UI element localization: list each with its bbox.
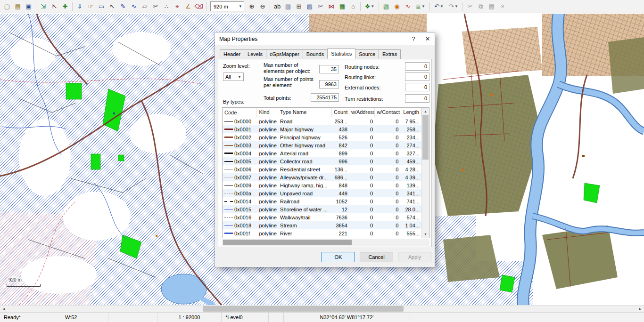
chevron-down-icon: ▼ xyxy=(239,4,242,8)
erase-tool-icon[interactable]: ⌫ xyxy=(194,1,204,12)
table-row[interactable]: 0x0000polylineRoad253...007 95... xyxy=(223,117,421,125)
map-horizontal-scrollbar[interactable]: ◄ ► xyxy=(0,305,644,312)
address-icon[interactable]: ⌂ xyxy=(348,1,358,12)
column-header-code[interactable]: Code xyxy=(223,108,257,117)
delete-icon[interactable]: × xyxy=(497,1,508,12)
image-icon: ▧ xyxy=(383,3,389,10)
save-map-icon[interactable]: ▣ xyxy=(24,1,34,12)
status-width: W:52 xyxy=(61,313,108,322)
trim-tool-icon: ✂ xyxy=(153,3,158,10)
zoom-in-icon[interactable]: ⊕ xyxy=(247,1,257,12)
table-row[interactable]: 0x0002polylinePrincipal highway52600234.… xyxy=(223,133,421,141)
table-row[interactable]: 0x000apolylineUnpaved road44900341... xyxy=(223,189,421,197)
export-file-icon[interactable]: ⇱ xyxy=(49,1,59,12)
column-header-length[interactable]: Length xyxy=(400,108,421,117)
tab-statistics[interactable]: Statistics xyxy=(327,48,355,59)
tab-extras[interactable]: Extras xyxy=(379,49,401,60)
table-row[interactable]: 0x001fpolylineRiver22100555... xyxy=(223,229,421,237)
cell-code: 0x0005 xyxy=(223,159,257,164)
max-elements-label: Max number of elements per object: xyxy=(264,62,318,74)
dialog-titlebar[interactable]: Map Properties ? ✕ xyxy=(215,32,435,45)
table-vertical-scrollbar[interactable]: ▲ ▼ xyxy=(421,108,429,238)
add-poi-icon[interactable]: ⌖ xyxy=(172,1,182,12)
table-horizontal-scrollbar[interactable] xyxy=(222,239,429,246)
join-icon[interactable]: ⋈ xyxy=(326,1,337,12)
copy-icon[interactable]: ⧉ xyxy=(476,1,486,12)
open-map-icon[interactable]: ▤ xyxy=(13,1,23,12)
trim-tool-icon[interactable]: ✂ xyxy=(150,1,161,12)
new-file-icon[interactable]: ▢ xyxy=(2,1,12,12)
table-row[interactable]: 0x0014polylineRailroad105200741... xyxy=(223,197,421,205)
waypoints-icon[interactable]: ◉ xyxy=(392,1,402,12)
close-button[interactable]: ✕ xyxy=(421,32,435,45)
grid-icon[interactable]: ⊞ xyxy=(294,1,304,12)
table-row[interactable]: 0x0004polylineArterial road89900327... xyxy=(223,149,421,157)
scale-combo[interactable]: 920 m ▼ xyxy=(210,1,244,11)
table-row[interactable]: 0x0018polylineStream3654001 04... xyxy=(223,221,421,229)
max-points-value[interactable]: 9963 xyxy=(319,80,339,89)
add-map-icon[interactable]: ✚ xyxy=(60,1,70,12)
labels-icon[interactable]: ab xyxy=(272,1,282,12)
import-file-icon[interactable]: ⇲ xyxy=(38,1,49,12)
table-row[interactable]: 0x0016polylineWalkway/trail763600574... xyxy=(223,213,421,221)
column-header-count[interactable]: Count xyxy=(332,108,349,117)
image-icon[interactable]: ▧ xyxy=(381,1,391,12)
plugins-icon[interactable]: ❖▼ xyxy=(363,1,377,12)
zoom-box-icon[interactable]: ▭ xyxy=(96,1,107,12)
pan-tool-icon[interactable]: ☞ xyxy=(85,1,96,12)
column-header-type-name[interactable]: Type Name xyxy=(278,108,332,117)
polygon-tool-icon[interactable]: ▱ xyxy=(140,1,150,12)
hscroll-thumb[interactable] xyxy=(223,240,352,245)
download-gps-icon[interactable]: ⇓ xyxy=(74,1,85,12)
polyline-tool-icon[interactable]: ∿ xyxy=(129,1,139,12)
column-header-w-address[interactable]: w/Address xyxy=(349,108,375,117)
layers-icon[interactable]: ≣▼ xyxy=(413,1,428,12)
code-text: 0x0003 xyxy=(234,143,251,148)
tab-bounds[interactable]: Bounds xyxy=(303,49,328,60)
tab-source[interactable]: Source xyxy=(355,49,379,60)
table-icon[interactable]: ▦ xyxy=(337,1,347,12)
paste-icon[interactable]: ▤ xyxy=(487,1,497,12)
undo-icon[interactable]: ↶▼ xyxy=(432,1,446,12)
table-row[interactable]: 0x0007polylineAlleyway/private dr...686.… xyxy=(223,173,421,181)
edit-pen-icon[interactable]: ✎ xyxy=(118,1,128,12)
toolbar-separator xyxy=(429,2,430,11)
map-hscroll-thumb[interactable] xyxy=(203,306,404,312)
split-icon[interactable]: ✂ xyxy=(315,1,326,12)
tab-header[interactable]: Header xyxy=(220,49,244,60)
hatch-icon[interactable]: ▨ xyxy=(305,1,315,12)
scroll-right-icon[interactable]: ► xyxy=(636,306,644,312)
tab-cgpsmapper[interactable]: cGpsMapper xyxy=(266,49,303,60)
zoom-out-icon[interactable]: ⊖ xyxy=(257,1,268,12)
select-tool-icon[interactable]: ↖ xyxy=(107,1,117,12)
scroll-left-icon[interactable]: ◄ xyxy=(0,306,8,312)
redo-icon[interactable]: ↷▼ xyxy=(446,1,461,12)
ok-button[interactable]: OK xyxy=(322,252,355,262)
table-row[interactable]: 0x0001polylineMajor highway43800258... xyxy=(223,125,421,133)
column-header-kind[interactable]: Kind xyxy=(257,108,278,117)
help-button[interactable]: ? xyxy=(406,32,421,45)
column-header-w-contact[interactable]: w/Contact xyxy=(375,108,400,117)
cell-w-address: 0 xyxy=(349,127,375,132)
table-row[interactable]: 0x0006polylineResidential street136...00… xyxy=(223,165,421,173)
preview-icon[interactable]: ▥ xyxy=(283,1,293,12)
zoom-level-select[interactable]: All▼ xyxy=(223,72,244,81)
tracks-icon[interactable]: ∿ xyxy=(403,1,413,12)
scroll-down-icon[interactable]: ▼ xyxy=(422,231,429,238)
nodes-tool-icon[interactable]: ∴ xyxy=(161,1,172,12)
cancel-button[interactable]: Cancel xyxy=(360,252,393,262)
cut-icon[interactable]: ✂ xyxy=(465,1,475,12)
cell-count: 438 xyxy=(332,127,349,132)
vscroll-thumb[interactable] xyxy=(422,115,429,160)
tab-levels[interactable]: Levels xyxy=(244,49,266,60)
table-row[interactable]: 0x0009polylineHighway ramp, hig...848001… xyxy=(223,181,421,189)
map-hscroll-track[interactable] xyxy=(8,306,636,312)
table-row[interactable]: 0x0005polylineCollector road99600459... xyxy=(223,157,421,165)
cell-code: 0x0009 xyxy=(223,183,257,188)
table-row[interactable]: 0x0015polylineShoreline of water ...1200… xyxy=(223,205,421,213)
scroll-up-icon[interactable]: ▲ xyxy=(422,108,429,115)
measure-tool-icon[interactable]: ∠ xyxy=(183,1,193,12)
table-row[interactable]: 0x0003polylineOther highway road84200274… xyxy=(223,141,421,149)
max-elements-value[interactable]: 35 xyxy=(319,65,339,73)
map-canvas[interactable]: 920 m ◄ ► Map Properties ? ✕ HeaderLevel… xyxy=(0,14,644,312)
